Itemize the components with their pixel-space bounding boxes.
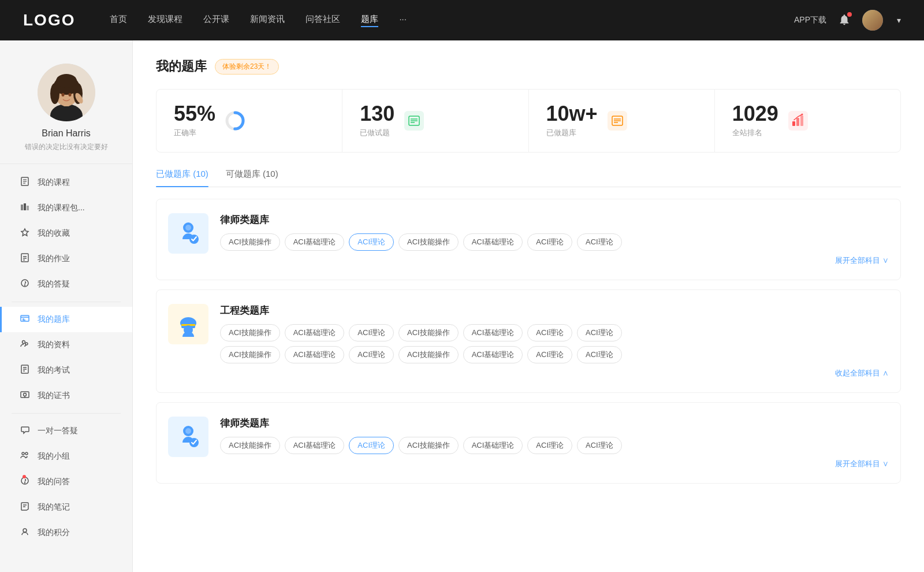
bank-tag-1-3[interactable]: ACI技能操作 — [398, 324, 459, 341]
svg-point-7 — [56, 74, 77, 88]
my-qa-icon — [19, 278, 31, 290]
sidebar-item-1v1[interactable]: 一对一答疑 — [0, 418, 132, 444]
svg-point-37 — [22, 452, 24, 455]
nav-home[interactable]: 首页 — [110, 14, 127, 27]
stat-done-questions-label: 已做试题 — [360, 128, 394, 138]
stat-rank-label: 全站排名 — [732, 128, 778, 138]
bank-tag-1-2[interactable]: ACI理论 — [349, 324, 394, 341]
bank-tag-1-4[interactable]: ACI基础理论 — [463, 324, 523, 341]
bank-tag-0-4[interactable]: ACI基础理论 — [463, 233, 523, 251]
notification-bell[interactable] — [838, 13, 851, 28]
svg-point-9 — [68, 93, 71, 96]
bank-collapse-1[interactable]: 收起全部科目 ∧ — [220, 368, 889, 378]
bank-tag-0-3[interactable]: ACI技能操作 — [398, 233, 459, 251]
bank-tag-0-5[interactable]: ACI理论 — [527, 233, 572, 251]
bank-icon-lawyer-2 — [168, 417, 208, 457]
bank-card-1: 工程类题库 ACI技能操作 ACI基础理论 ACI理论 ACI技能操作 ACI基… — [156, 289, 901, 393]
sidebar-item-favorites[interactable]: 我的收藏 — [0, 221, 132, 246]
stat-done-banks-value: 10w+ — [546, 103, 598, 124]
bank-card-0: 律师类题库 ACI技能操作 ACI基础理论 ACI理论 ACI技能操作 ACI基… — [156, 199, 901, 280]
bank-tag-2-0[interactable]: ACI技能操作 — [220, 437, 280, 454]
bank-tag-0-1[interactable]: ACI基础理论 — [285, 233, 345, 251]
stat-done-questions-value: 130 — [360, 103, 394, 124]
sidebar-item-homework-label: 我的作业 — [38, 254, 70, 264]
bank-tag-1-r2-6[interactable]: ACI理论 — [577, 346, 622, 363]
avatar[interactable] — [862, 10, 883, 31]
sidebar-item-my-bank[interactable]: 我的题库 — [0, 307, 132, 332]
stat-accuracy-value: 55% — [174, 103, 215, 124]
nav-qa[interactable]: 问答社区 — [305, 14, 340, 27]
my-course-icon — [19, 177, 31, 188]
sidebar-item-group[interactable]: 我的小组 — [0, 444, 132, 469]
divider-1 — [12, 302, 121, 302]
sidebar-item-questions[interactable]: 我的问答 — [0, 469, 132, 495]
stat-done-banks-label: 已做题库 — [546, 128, 598, 138]
svg-rect-17 — [27, 206, 29, 210]
bank-info-0: 律师类题库 ACI技能操作 ACI基础理论 ACI理论 ACI技能操作 ACI基… — [220, 213, 889, 266]
bank-title-0: 律师类题库 — [220, 213, 889, 226]
sidebar-item-my-exam[interactable]: 我的考试 — [0, 358, 132, 383]
bank-tag-1-r2-3[interactable]: ACI技能操作 — [398, 346, 459, 363]
done-banks-icon — [606, 109, 629, 132]
bank-tag-0-6[interactable]: ACI理论 — [577, 233, 622, 251]
bank-tag-2-5[interactable]: ACI理论 — [527, 437, 572, 454]
sidebar-item-course-pkg[interactable]: 我的课程包... — [0, 195, 132, 221]
bank-tag-2-1[interactable]: ACI基础理论 — [285, 437, 345, 454]
nav-public[interactable]: 公开课 — [203, 14, 229, 27]
stat-done-banks-text: 10w+ 已做题库 — [546, 103, 598, 138]
engineer-svg-1 — [174, 310, 202, 338]
bank-tag-1-r2-0[interactable]: ACI技能操作 — [220, 346, 280, 363]
bank-tag-2-2[interactable]: ACI理论 — [349, 437, 394, 454]
bank-expand-0[interactable]: 展开全部科目 ∨ — [220, 255, 889, 266]
my-cert-icon — [19, 390, 31, 402]
svg-rect-57 — [792, 121, 795, 126]
sidebar-item-my-cert[interactable]: 我的证书 — [0, 383, 132, 408]
bank-tag-2-4[interactable]: ACI基础理论 — [463, 437, 523, 454]
bank-tag-1-r2-1[interactable]: ACI基础理论 — [285, 346, 345, 363]
bank-tag-1-6[interactable]: ACI理论 — [577, 324, 622, 341]
sidebar-item-notes[interactable]: 我的笔记 — [0, 495, 132, 520]
logo[interactable]: LOGO — [23, 11, 75, 29]
svg-point-38 — [25, 452, 28, 455]
app-download[interactable]: APP下载 — [794, 15, 826, 25]
bank-tag-1-0[interactable]: ACI技能操作 — [220, 324, 280, 341]
sidebar-item-my-qa[interactable]: 我的答疑 — [0, 272, 132, 297]
nav-discover[interactable]: 发现课程 — [148, 14, 182, 27]
bank-expand-2[interactable]: 展开全部科目 ∨ — [220, 459, 889, 469]
bank-tag-1-r2-2[interactable]: ACI理论 — [349, 346, 394, 363]
navbar: LOGO 首页 发现课程 公开课 新闻资讯 问答社区 题库 ··· APP下载 … — [0, 0, 924, 40]
bank-tag-0-2[interactable]: ACI理论 — [349, 233, 394, 251]
notification-dot — [847, 12, 852, 17]
list-green-icon — [404, 111, 424, 131]
avatar-chevron-icon[interactable]: ▾ — [897, 16, 901, 25]
bank-tag-2-6[interactable]: ACI理论 — [577, 437, 622, 454]
points-icon — [19, 527, 31, 538]
nav-more[interactable]: ··· — [399, 14, 407, 27]
sidebar-item-questions-label: 我的问答 — [38, 477, 70, 487]
sidebar-item-favorites-label: 我的收藏 — [38, 228, 70, 239]
svg-point-29 — [23, 341, 25, 344]
bank-tag-1-r2-4[interactable]: ACI基础理论 — [463, 346, 523, 363]
tab-done-banks[interactable]: 已做题库 (10) — [156, 169, 208, 187]
bank-tag-1-5[interactable]: ACI理论 — [527, 324, 572, 341]
sidebar: Brian Harris 错误的决定比没有决定要好 我的课程 我的课程包... — [0, 40, 133, 572]
bank-tag-2-3[interactable]: ACI技能操作 — [398, 437, 459, 454]
stat-rank-text: 1029 全站排名 — [732, 103, 778, 138]
bank-tag-1-r2-5[interactable]: ACI理论 — [527, 346, 572, 363]
sidebar-item-my-data[interactable]: 我的资料 — [0, 332, 132, 358]
bank-tag-1-1[interactable]: ACI基础理论 — [285, 324, 345, 341]
my-bank-icon — [19, 314, 31, 325]
lawyer-svg-2 — [174, 423, 202, 451]
trial-badge[interactable]: 体验剩余23天！ — [215, 59, 279, 75]
tab-available-banks[interactable]: 可做题库 (10) — [226, 169, 278, 187]
nav-news[interactable]: 新闻资讯 — [250, 14, 285, 27]
svg-point-62 — [185, 225, 191, 231]
svg-point-60 — [801, 114, 803, 116]
nav-bank[interactable]: 题库 — [361, 14, 378, 27]
sidebar-item-homework[interactable]: 我的作业 — [0, 246, 132, 272]
bank-tag-0-0[interactable]: ACI技能操作 — [220, 233, 280, 251]
avatar-image — [862, 10, 883, 31]
main-content: 我的题库 体验剩余23天！ 55% 正确率 — [133, 40, 924, 572]
sidebar-item-my-course[interactable]: 我的课程 — [0, 170, 132, 195]
sidebar-item-points[interactable]: 我的积分 — [0, 520, 132, 545]
